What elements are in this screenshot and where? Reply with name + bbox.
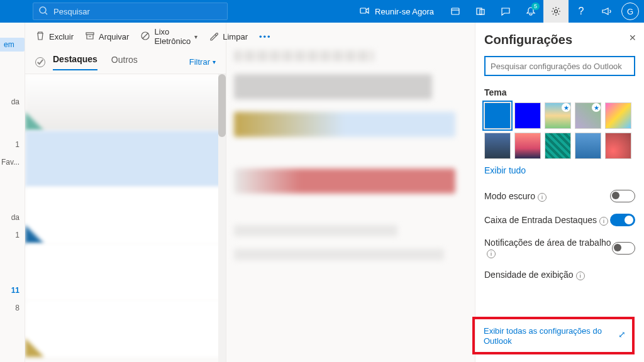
nav-item[interactable]: 1 (0, 136, 25, 153)
info-icon[interactable]: i (538, 193, 547, 202)
inbox-tabs: Destaques Outros Filtrar ▾ (25, 50, 226, 74)
settings-panel: Configurações ✕ Tema ★ ★ Exibir tudo Mod… (475, 23, 644, 362)
show-all-themes-link[interactable]: Exibir tudo (484, 165, 635, 175)
chevron-down-icon: ▾ (194, 33, 197, 40)
info-icon[interactable]: i (576, 272, 585, 280)
theme-swatch[interactable] (484, 133, 511, 159)
prohibited-icon (140, 31, 150, 43)
svg-point-7 (555, 10, 558, 13)
theme-swatch[interactable] (514, 102, 541, 129)
theme-swatch[interactable] (484, 102, 511, 129)
megaphone-icon[interactable] (594, 0, 619, 23)
theme-picker: ★ ★ (484, 102, 635, 159)
info-icon[interactable]: i (487, 250, 496, 258)
archive-button[interactable]: Arquivar (85, 31, 129, 43)
nav-item[interactable]: da (0, 209, 25, 226)
svg-point-0 (40, 7, 46, 13)
settings-icon[interactable] (543, 0, 569, 23)
dark-mode-toggle[interactable] (610, 190, 635, 202)
desktop-notif-row: Notificações de área de trabalhoi (484, 232, 635, 264)
dark-mode-row: Modo escuroi (484, 184, 635, 208)
expand-icon[interactable]: ⤢ (618, 329, 626, 339)
notifications-icon[interactable]: 5 (518, 0, 543, 23)
scrollbar[interactable] (218, 74, 226, 362)
select-all-checkbox[interactable] (35, 57, 45, 67)
svg-line-1 (45, 13, 47, 14)
message-list-column: Excluir Arquivar Lixo Eletrônico ▾ Limpa… (25, 23, 226, 362)
desktop-notif-toggle[interactable] (612, 242, 635, 255)
meet-now-label: Reunir-se Agora (375, 7, 434, 16)
command-bar: Excluir Arquivar Lixo Eletrônico ▾ Limpa… (25, 23, 226, 50)
sweep-icon (209, 31, 219, 43)
junk-button[interactable]: Lixo Eletrônico ▾ (140, 27, 197, 46)
tab-focused[interactable]: Destaques (53, 54, 97, 70)
filter-button[interactable]: Filtrar ▾ (189, 57, 216, 67)
avatar[interactable]: G (621, 3, 639, 20)
search-icon (38, 6, 48, 18)
nav-item[interactable]: 1 (0, 226, 25, 244)
svg-line-10 (143, 33, 148, 38)
theme-swatch[interactable] (545, 133, 571, 159)
chevron-down-icon: ▾ (213, 58, 216, 65)
mail-list[interactable] (25, 74, 226, 362)
close-icon[interactable]: ✕ (629, 33, 636, 43)
theme-swatch[interactable] (575, 133, 601, 159)
theme-swatch[interactable] (605, 133, 631, 159)
help-icon[interactable]: ? (569, 0, 594, 23)
focused-inbox-toggle[interactable] (610, 214, 635, 226)
settings-search-input[interactable] (484, 56, 635, 76)
svg-rect-2 (360, 8, 366, 13)
theme-swatch[interactable]: ★ (575, 102, 601, 129)
view-all-settings-highlight: Exibir todas as configurações do Outlook… (472, 317, 635, 354)
teams-icon[interactable] (468, 0, 493, 23)
reading-pane (226, 23, 475, 362)
svg-rect-3 (452, 8, 459, 14)
delete-button[interactable]: Excluir (35, 31, 74, 43)
search-placeholder: Pesquisar (53, 7, 90, 16)
nav-item[interactable]: 11 (0, 282, 25, 299)
nav-item-selected[interactable]: em (0, 38, 25, 52)
sweep-button[interactable]: Limpar (209, 31, 248, 43)
nav-item[interactable]: da (0, 93, 25, 111)
my-day-icon[interactable] (443, 0, 468, 23)
svg-rect-8 (86, 33, 94, 35)
theme-swatch[interactable] (514, 133, 541, 159)
folder-nav: em da 1 Fav... da 1 11 8 (0, 23, 25, 362)
more-actions-icon[interactable]: ••• (259, 32, 272, 41)
global-search-input[interactable]: Pesquisar (33, 3, 228, 20)
chat-icon[interactable] (493, 0, 518, 23)
trash-icon (35, 31, 45, 43)
meet-now-button[interactable]: Reunir-se Agora (351, 0, 443, 23)
info-icon[interactable]: i (599, 217, 608, 226)
theme-label: Tema (484, 87, 635, 97)
view-all-settings-link[interactable]: Exibir todas as configurações do Outlook (484, 326, 602, 346)
density-row: Densidade de exibiçãoi (484, 264, 635, 280)
focused-inbox-row: Caixa de Entrada Destaquesi (484, 208, 635, 232)
nav-item[interactable]: 8 (0, 299, 25, 317)
theme-swatch[interactable] (605, 102, 631, 129)
top-bar: Pesquisar Reunir-se Agora 5 ? G (0, 0, 644, 23)
nav-item[interactable]: Fav... (0, 153, 25, 171)
settings-title: Configurações (484, 33, 635, 47)
notifications-badge: 5 (531, 3, 540, 10)
video-icon (360, 6, 370, 18)
theme-swatch[interactable]: ★ (545, 102, 571, 129)
tab-other[interactable]: Outros (111, 55, 138, 70)
archive-icon (85, 31, 95, 43)
